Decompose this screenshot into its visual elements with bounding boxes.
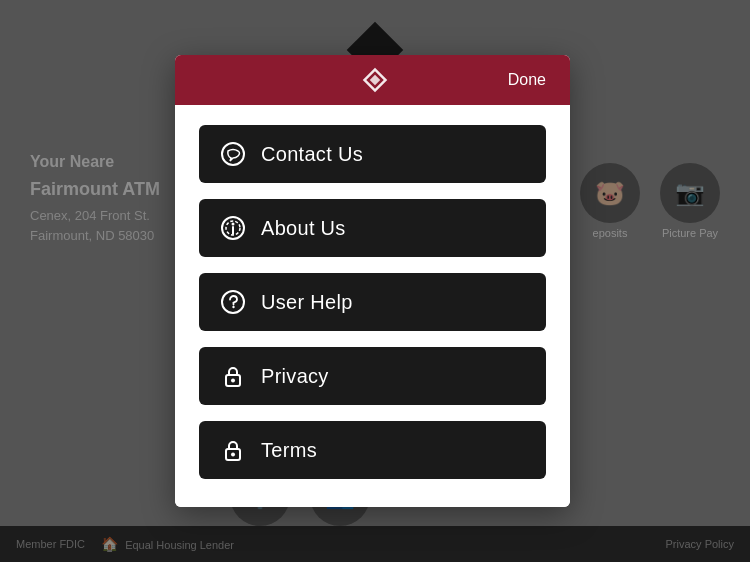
chat-icon — [219, 141, 247, 167]
svg-point-12 — [231, 379, 235, 383]
modal-logo — [251, 66, 500, 94]
svg-point-14 — [231, 453, 235, 457]
privacy-label: Privacy — [261, 365, 329, 388]
terms-lock-icon — [219, 437, 247, 463]
modal: Done Contact Us About Us — [175, 55, 570, 507]
modal-header: Done — [175, 55, 570, 105]
modal-body: Contact Us About Us — [175, 105, 570, 507]
info-icon — [219, 215, 247, 241]
user-help-label: User Help — [261, 291, 353, 314]
terms-button[interactable]: Terms — [199, 421, 546, 479]
user-help-button[interactable]: User Help — [199, 273, 546, 331]
svg-point-5 — [232, 223, 235, 226]
svg-point-9 — [232, 306, 234, 308]
done-button[interactable]: Done — [500, 67, 554, 93]
about-us-label: About Us — [261, 217, 346, 240]
privacy-lock-icon — [219, 363, 247, 389]
privacy-button[interactable]: Privacy — [199, 347, 546, 405]
help-icon — [219, 289, 247, 315]
contact-us-button[interactable]: Contact Us — [199, 125, 546, 183]
about-us-button[interactable]: About Us — [199, 199, 546, 257]
terms-label: Terms — [261, 439, 317, 462]
svg-point-3 — [222, 143, 244, 165]
diamond-logo-icon — [361, 66, 389, 94]
contact-us-label: Contact Us — [261, 143, 363, 166]
